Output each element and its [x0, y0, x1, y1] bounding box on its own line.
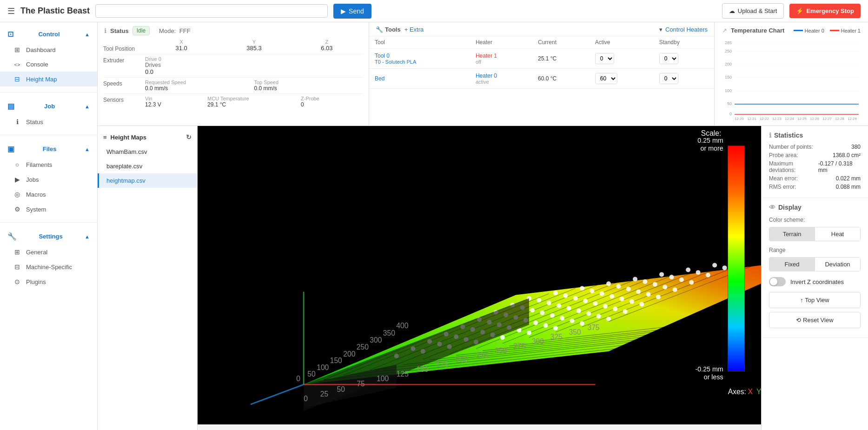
sidebar-item-filaments[interactable]: ○ Filaments [0, 157, 97, 172]
svg-text:250: 250 [357, 343, 369, 351]
statistics-title: ℹ Statistics [769, 132, 861, 139]
sidebar-item-plugins[interactable]: ⊙ Plugins [0, 274, 97, 289]
active-select-1[interactable]: 60 [595, 73, 617, 84]
col-active-header: Active [590, 36, 654, 49]
control-icon: ⊡ [7, 30, 13, 39]
divider-2 [0, 135, 97, 135]
heater-name-0[interactable]: Heater 1 [476, 53, 527, 59]
svg-point-121 [596, 314, 601, 318]
terrain-button[interactable]: Terrain [769, 227, 815, 241]
tool-name-0[interactable]: Tool 0 [375, 53, 464, 59]
sidebar-item-system[interactable]: ⚙ System [0, 202, 97, 217]
fixed-button[interactable]: Fixed [769, 258, 815, 271]
send-label: Send [349, 7, 364, 15]
menu-icon[interactable]: ☰ [7, 6, 15, 16]
svg-point-94 [646, 292, 651, 297]
stat-value-2: -0.127 / 0.318 mm [818, 160, 861, 173]
sidebar-item-macros[interactable]: ◎ Macros [0, 187, 97, 202]
standby-select-1[interactable]: 0 [659, 73, 678, 84]
heat-button[interactable]: Heat [815, 227, 860, 241]
svg-text:25: 25 [320, 390, 329, 398]
heightmap-refresh-button[interactable]: ↻ [186, 133, 192, 141]
heightmap-section-title: Height Maps [111, 134, 146, 141]
files-chevron: ▲ [85, 146, 90, 152]
heightmap-file-2[interactable]: heightmap.csv [98, 173, 197, 188]
standby-cell-0: 0 [654, 49, 714, 69]
mode-value: FFF [179, 27, 191, 34]
svg-rect-26 [198, 126, 761, 424]
app-body: ⊡ Control ▲ ⊞ Dashboard <> Console ⊟ Hei… [0, 22, 868, 430]
filaments-label: Filaments [26, 161, 52, 168]
job-group-header[interactable]: ▤ Job ▲ [0, 98, 97, 114]
reset-view-button[interactable]: ⟲ Reset View [769, 312, 861, 328]
sensors-label: Sensors [103, 96, 145, 103]
invert-z-toggle[interactable] [769, 277, 786, 286]
upload-start-button[interactable]: ☁ Upload & Start [722, 3, 784, 19]
control-group-header[interactable]: ⊡ Control ▲ [0, 26, 97, 42]
emergency-stop-button[interactable]: ⚡ Emergency Stop [789, 4, 861, 18]
svg-point-58 [712, 263, 717, 267]
svg-text:Axes:: Axes: [728, 388, 746, 396]
tool-position-label: Tool Position [103, 39, 145, 52]
heightmap-file-1[interactable]: bareplate.csv [98, 159, 197, 173]
stat-row-1: Probe area: 1368.0 cm² [769, 152, 861, 159]
statistics-section: ℹ Statistics Number of points: 380 Probe… [762, 126, 868, 198]
svg-point-84 [636, 289, 641, 294]
svg-text:or less: or less [704, 373, 723, 381]
svg-text:100: 100 [377, 375, 389, 383]
z-col: Z 6.03 [291, 39, 363, 52]
main-content: ℹ Status Idle Mode: FFF Tool Position [98, 22, 868, 430]
speeds-values: Requested Speed 0.0 mm/s Top Speed 0.0 m… [145, 79, 363, 92]
sidebar-item-height-map[interactable]: ⊟ Height Map [0, 72, 97, 86]
content-bottom-row: ≡ Height Maps ↻ WhamBam.csvbareplate.csv… [98, 126, 868, 430]
svg-point-73 [600, 291, 604, 296]
tools-table: Tool Heater Current Active Standby Tool … [369, 36, 714, 89]
svg-point-86 [689, 280, 694, 285]
sidebar-item-general[interactable]: ⊞ General [0, 245, 97, 259]
system-label: System [26, 206, 46, 213]
standby-select-0[interactable]: 0 [659, 53, 678, 64]
tool-position-values: X 31.0 Y 385.3 Z 6.03 [145, 39, 363, 52]
tool-detail-0[interactable]: T0 - Solutech PLA [375, 59, 464, 65]
tools-wrench-icon: 🔧 [376, 26, 383, 33]
list-icon: ≡ [103, 134, 107, 141]
sidebar-item-console[interactable]: <> Console [0, 57, 97, 72]
svg-text:0: 0 [304, 395, 308, 403]
flash-icon: ⚡ [796, 7, 803, 14]
heightmap-file-0[interactable]: WhamBam.csv [98, 145, 197, 159]
settings-chevron: ▲ [85, 234, 90, 239]
svg-text:50: 50 [337, 385, 345, 393]
tools-add-link[interactable]: + Extra [404, 26, 424, 33]
svg-point-76 [679, 278, 684, 282]
sidebar-item-dashboard[interactable]: ⊞ Dashboard [0, 42, 97, 57]
send-button[interactable]: ▶ Send [333, 4, 371, 19]
svg-point-104 [656, 295, 661, 299]
display-eye-icon: 👁 [769, 204, 775, 211]
files-group-header[interactable]: ▣ Files ▲ [0, 141, 97, 157]
range-label: Range [769, 247, 861, 253]
svg-point-92 [593, 301, 598, 306]
sidebar-item-machine-specific[interactable]: ⊟ Machine-Specific [0, 259, 97, 274]
range-group: Fixed Deviation [769, 257, 861, 271]
settings-group-header[interactable]: 🔧 Settings ▲ [0, 228, 97, 245]
heater-name-1[interactable]: Heater 0 [476, 73, 527, 79]
topbar: ☰ The Plastic Beast ▶ Send ☁ Upload & St… [0, 0, 868, 22]
svg-point-91 [567, 306, 571, 311]
svg-text:300: 300 [370, 336, 382, 344]
svg-text:-0.25 mm: -0.25 mm [696, 365, 723, 373]
temp-chart-legend: Heater 0 Heater 1 [794, 28, 861, 33]
mode-label: Mode: [159, 27, 176, 34]
sidebar-item-status[interactable]: ℹ Status [0, 114, 97, 129]
sidebar-item-jobs[interactable]: ▶ Jobs [0, 172, 97, 187]
top-speed-label: Top Speed [254, 79, 364, 85]
tool-name-1[interactable]: Bed [375, 75, 464, 82]
deviation-button[interactable]: Deviation [815, 258, 860, 271]
svg-text:12:23: 12:23 [772, 117, 782, 121]
control-heaters-link[interactable]: ▾ Control Heaters [659, 26, 708, 33]
macros-icon: ◎ [13, 191, 21, 198]
search-input[interactable] [95, 4, 328, 18]
jobs-label: Jobs [26, 176, 39, 183]
top-view-button[interactable]: ↑ Top View [769, 292, 861, 308]
active-select-0[interactable]: 0 [595, 53, 614, 64]
svg-point-71 [547, 301, 551, 305]
